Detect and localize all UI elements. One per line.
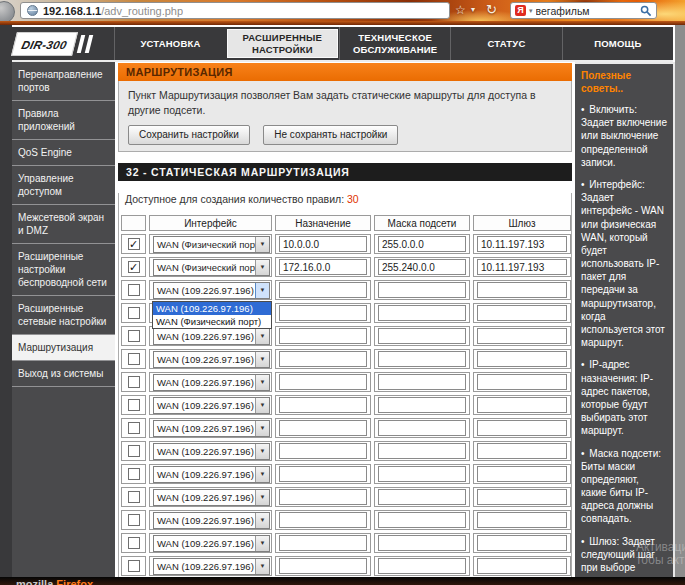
interface-select[interactable]: WAN (109.226.97.196)▼	[153, 328, 270, 345]
chevron-down-icon[interactable]: ▼	[255, 283, 269, 298]
destination-input[interactable]	[279, 282, 367, 298]
row-enable-checkbox[interactable]	[128, 537, 140, 549]
destination-input[interactable]	[279, 489, 367, 505]
destination-input[interactable]	[279, 397, 367, 413]
search-engine-icon[interactable]: Я	[515, 5, 526, 16]
tab-status[interactable]: СТАТУС	[450, 27, 561, 60]
destination-input[interactable]	[279, 236, 367, 252]
dropdown-option[interactable]: WAN (109.226.97.196)	[153, 302, 271, 315]
gateway-input[interactable]	[477, 397, 567, 413]
destination-input[interactable]	[279, 466, 367, 482]
sidebar-item-logout[interactable]: Выход из системы	[12, 361, 115, 387]
row-enable-checkbox[interactable]: ✓	[128, 238, 140, 250]
subnet-mask-input[interactable]	[378, 489, 466, 505]
subnet-mask-input[interactable]	[378, 305, 466, 321]
destination-input[interactable]	[279, 535, 367, 551]
search-input[interactable]: Я ▾ вегафильм	[510, 2, 657, 19]
row-enable-checkbox[interactable]	[128, 284, 140, 296]
row-enable-checkbox[interactable]	[128, 468, 140, 480]
gateway-input[interactable]	[477, 374, 567, 390]
chevron-down-icon[interactable]: ▼	[255, 352, 269, 367]
subnet-mask-input[interactable]	[378, 374, 466, 390]
chevron-down-icon[interactable]: ▼	[255, 237, 269, 252]
gateway-input[interactable]	[477, 282, 567, 298]
subnet-mask-input[interactable]	[378, 558, 466, 574]
row-enable-checkbox[interactable]	[128, 376, 140, 388]
subnet-mask-input[interactable]	[378, 466, 466, 482]
subnet-mask-input[interactable]	[378, 236, 466, 252]
destination-input[interactable]	[279, 305, 367, 321]
destination-input[interactable]	[279, 259, 367, 275]
interface-select[interactable]: WAN (109.226.97.196)▼	[153, 397, 270, 414]
chevron-down-icon[interactable]: ▼	[255, 398, 269, 413]
tab-advanced[interactable]: РАСШИРЕННЫЕ НАСТРОЙКИ	[227, 29, 338, 58]
interface-select[interactable]: WAN (109.226.97.196)▼	[153, 351, 270, 368]
dropdown-option[interactable]: WAN (Физический порт)	[153, 315, 271, 328]
row-enable-checkbox[interactable]	[128, 422, 140, 434]
interface-select[interactable]: WAN (109.226.97.196)▼	[153, 282, 270, 299]
gateway-input[interactable]	[477, 328, 567, 344]
gateway-input[interactable]	[477, 420, 567, 436]
subnet-mask-input[interactable]	[378, 282, 466, 298]
subnet-mask-input[interactable]	[378, 328, 466, 344]
gateway-input[interactable]	[477, 443, 567, 459]
subnet-mask-input[interactable]	[378, 443, 466, 459]
chevron-down-icon[interactable]: ▼	[255, 559, 269, 574]
chevron-down-icon[interactable]: ▼	[255, 375, 269, 390]
row-enable-checkbox[interactable]	[128, 307, 140, 319]
sidebar-item-adv-wireless[interactable]: Расширенные настройки беспроводной сети	[12, 244, 115, 296]
chevron-down-icon[interactable]: ▼	[255, 490, 269, 505]
search-magnifier-icon[interactable]	[640, 5, 652, 17]
destination-input[interactable]	[279, 558, 367, 574]
subnet-mask-input[interactable]	[378, 397, 466, 413]
interface-select[interactable]: WAN (Физический порт)▼	[153, 259, 270, 276]
sidebar-item-routing[interactable]: Маршрутизация	[12, 335, 115, 361]
subnet-mask-input[interactable]	[378, 259, 466, 275]
gateway-input[interactable]	[477, 351, 567, 367]
search-engine-caret-icon[interactable]: ▾	[529, 7, 533, 15]
destination-input[interactable]	[279, 328, 367, 344]
gateway-input[interactable]	[477, 259, 567, 275]
gateway-input[interactable]	[477, 305, 567, 321]
address-bar[interactable]: 192.168.1.1/adv_routing.php	[20, 2, 450, 19]
gateway-input[interactable]	[477, 512, 567, 528]
row-enable-checkbox[interactable]	[128, 514, 140, 526]
row-enable-checkbox[interactable]	[128, 353, 140, 365]
chevron-down-icon[interactable]: ▼	[255, 513, 269, 528]
gateway-input[interactable]	[477, 236, 567, 252]
chevron-down-icon[interactable]: ▼	[255, 467, 269, 482]
chevron-down-icon[interactable]: ▼	[255, 260, 269, 275]
subnet-mask-input[interactable]	[378, 351, 466, 367]
interface-select[interactable]: WAN (Физический порт)▼	[153, 236, 270, 253]
gateway-input[interactable]	[477, 489, 567, 505]
tab-maintenance[interactable]: ТЕХНИЧЕСКОЕ ОБСЛУЖИВАНИЕ	[339, 27, 450, 60]
destination-input[interactable]	[279, 420, 367, 436]
subnet-mask-input[interactable]	[378, 420, 466, 436]
bookmark-caret-icon[interactable]: ▾	[471, 5, 475, 14]
destination-input[interactable]	[279, 512, 367, 528]
save-settings-button[interactable]: Сохранить настройки	[128, 125, 250, 145]
gateway-input[interactable]	[477, 535, 567, 551]
subnet-mask-input[interactable]	[378, 512, 466, 528]
interface-select[interactable]: WAN (109.226.97.196)▼	[153, 374, 270, 391]
destination-input[interactable]	[279, 443, 367, 459]
interface-select[interactable]: WAN (109.226.97.196)▼	[153, 420, 270, 437]
interface-select[interactable]: WAN (109.226.97.196)▼	[153, 558, 270, 575]
row-enable-checkbox[interactable]	[128, 330, 140, 342]
destination-input[interactable]	[279, 374, 367, 390]
discard-settings-button[interactable]: Не сохранять настройки	[263, 125, 398, 145]
bookmark-star-icon[interactable]: ☆	[455, 3, 466, 17]
chevron-down-icon[interactable]: ▼	[255, 444, 269, 459]
subnet-mask-input[interactable]	[378, 535, 466, 551]
sidebar-item-port-forwarding[interactable]: Перенаправление портов	[12, 62, 115, 101]
row-enable-checkbox[interactable]	[128, 445, 140, 457]
reload-icon[interactable]: ↻	[486, 2, 497, 17]
tab-setup[interactable]: УСТАНОВКА	[114, 27, 225, 60]
row-enable-checkbox[interactable]	[128, 399, 140, 411]
chevron-down-icon[interactable]: ▼	[255, 536, 269, 551]
search-query-text[interactable]: вегафильм	[536, 5, 637, 17]
chevron-down-icon[interactable]: ▼	[255, 329, 269, 344]
interface-select[interactable]: WAN (109.226.97.196)▼	[153, 535, 270, 552]
gateway-input[interactable]	[477, 466, 567, 482]
interface-select[interactable]: WAN (109.226.97.196)▼	[153, 489, 270, 506]
